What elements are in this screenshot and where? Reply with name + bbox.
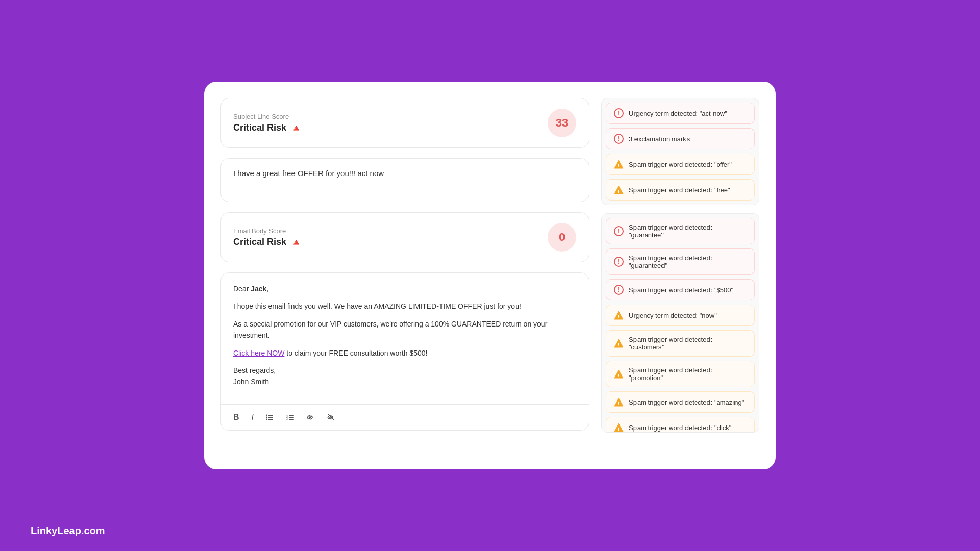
critical-icon: ! bbox=[614, 285, 624, 295]
email-greeting: Dear Jack, bbox=[233, 283, 576, 294]
body-risk-label: Critical Risk 🔺 bbox=[233, 237, 302, 248]
alert-item: ! Spam trigger word detected: "offer" bbox=[606, 154, 755, 175]
alert-text: Spam trigger word detected: "$500" bbox=[629, 286, 733, 294]
alert-item: !Spam trigger word detected: "guaranteed… bbox=[606, 248, 755, 275]
body-score-card: Email Body Score Critical Risk 🔺 0 bbox=[220, 212, 589, 262]
alert-item: ! Spam trigger word detected: "customers… bbox=[606, 330, 755, 357]
svg-rect-1 bbox=[268, 417, 273, 418]
email-body-area: Dear Jack, I hope this email finds you w… bbox=[220, 272, 589, 431]
body-score-label: Email Body Score bbox=[233, 227, 302, 235]
alert-item: ! Spam trigger word detected: "free" bbox=[606, 179, 755, 201]
alert-text: Spam trigger word detected: "amazing" bbox=[629, 398, 744, 406]
alert-text: 3 exclamation marks bbox=[629, 135, 690, 143]
alert-text: Spam trigger word detected: "click" bbox=[629, 424, 731, 432]
email-link-suffix: to claim your FREE consultation worth $5… bbox=[284, 349, 427, 357]
subject-alerts-section: !Urgency term detected: "act now"!3 excl… bbox=[601, 98, 760, 205]
subject-risk-icon: 🔺 bbox=[290, 122, 302, 134]
warning-icon: ! bbox=[614, 310, 624, 320]
body-score-header: Email Body Score Critical Risk 🔺 0 bbox=[233, 223, 576, 252]
svg-rect-2 bbox=[268, 419, 273, 420]
recipient-name: Jack bbox=[251, 285, 266, 293]
email-paragraph2: As a special promotion for our VIP custo… bbox=[233, 318, 576, 341]
subject-score-header: Subject Line Score Critical Risk 🔺 33 bbox=[233, 109, 576, 137]
body-score-info: Email Body Score Critical Risk 🔺 bbox=[233, 227, 302, 248]
alert-text: Spam trigger word detected: "offer" bbox=[629, 161, 732, 168]
alert-item: ! Urgency term detected: "now" bbox=[606, 305, 755, 326]
svg-text:!: ! bbox=[618, 314, 619, 319]
critical-icon: ! bbox=[614, 108, 624, 118]
svg-rect-7 bbox=[289, 417, 294, 418]
svg-text:!: ! bbox=[618, 163, 619, 168]
svg-text:3: 3 bbox=[286, 417, 288, 420]
alert-item: !3 exclamation marks bbox=[606, 128, 755, 149]
subject-score-circle: 33 bbox=[548, 109, 576, 137]
alert-text: Spam trigger word detected: "customers" bbox=[629, 336, 747, 351]
svg-point-4 bbox=[266, 416, 267, 418]
subject-input[interactable] bbox=[221, 159, 589, 199]
body-score-circle: 0 bbox=[548, 223, 576, 252]
unordered-list-button[interactable] bbox=[264, 411, 276, 423]
subject-score-label: Subject Line Score bbox=[233, 113, 302, 120]
svg-text:!: ! bbox=[618, 401, 619, 406]
critical-icon: ! bbox=[614, 134, 624, 144]
branding-label: LinkyLeap.com bbox=[31, 525, 105, 537]
alert-item: ! Spam trigger word detected: "amazing" bbox=[606, 391, 755, 413]
alert-text: Urgency term detected: "act now" bbox=[629, 110, 727, 117]
ordered-list-button[interactable]: 123 bbox=[284, 411, 297, 423]
svg-point-3 bbox=[266, 414, 267, 416]
alert-text: Spam trigger word detected: "guaranteed" bbox=[629, 254, 747, 269]
alert-item: !Spam trigger word detected: "guarantee" bbox=[606, 218, 755, 244]
email-link-paragraph: Click here NOW to claim your FREE consul… bbox=[233, 347, 576, 359]
email-closing: Best regards, John Smith bbox=[233, 365, 576, 388]
svg-text:!: ! bbox=[618, 342, 619, 347]
unlink-button[interactable] bbox=[325, 411, 337, 423]
subject-input-area bbox=[220, 158, 589, 202]
subject-score-info: Subject Line Score Critical Risk 🔺 bbox=[233, 113, 302, 134]
warning-icon: ! bbox=[614, 338, 624, 348]
subject-risk-label: Critical Risk 🔺 bbox=[233, 122, 302, 134]
body-alerts-section: !Spam trigger word detected: "guarantee"… bbox=[601, 213, 760, 433]
editor-toolbar: B I 123 bbox=[221, 404, 589, 430]
email-paragraph1: I hope this email finds you well. We hav… bbox=[233, 300, 576, 312]
svg-text:!: ! bbox=[618, 189, 619, 194]
email-body-content: Dear Jack, I hope this email finds you w… bbox=[221, 273, 589, 404]
svg-text:!: ! bbox=[618, 427, 619, 432]
alert-item: !Spam trigger word detected: "$500" bbox=[606, 279, 755, 300]
svg-rect-8 bbox=[289, 419, 294, 420]
alert-item: ! Spam trigger word detected: "click" bbox=[606, 417, 755, 433]
alert-text: Urgency term detected: "now" bbox=[629, 312, 717, 319]
alert-text: Spam trigger word detected: "guarantee" bbox=[629, 223, 747, 239]
critical-icon: ! bbox=[614, 226, 624, 236]
warning-icon: ! bbox=[614, 159, 624, 169]
alert-item: ! Spam trigger word detected: "promotion… bbox=[606, 361, 755, 387]
alert-text: Spam trigger word detected: "free" bbox=[629, 186, 730, 194]
warning-icon: ! bbox=[614, 422, 624, 433]
svg-text:!: ! bbox=[618, 373, 619, 378]
critical-icon: ! bbox=[614, 257, 624, 267]
alert-text: Spam trigger word detected: "promotion" bbox=[629, 366, 747, 382]
email-link[interactable]: Click here NOW bbox=[233, 349, 284, 357]
warning-icon: ! bbox=[614, 397, 624, 407]
svg-rect-6 bbox=[289, 415, 294, 416]
svg-rect-0 bbox=[268, 415, 273, 416]
svg-point-5 bbox=[266, 418, 267, 420]
subject-score-card: Subject Line Score Critical Risk 🔺 33 bbox=[220, 98, 589, 148]
warning-icon: ! bbox=[614, 369, 624, 379]
email-signature: John Smith bbox=[233, 378, 269, 386]
right-panel: !Urgency term detected: "act now"!3 excl… bbox=[601, 98, 760, 453]
alert-item: !Urgency term detected: "act now" bbox=[606, 103, 755, 124]
left-panel: Subject Line Score Critical Risk 🔺 33 Em… bbox=[220, 98, 589, 453]
body-risk-icon: 🔺 bbox=[290, 237, 302, 248]
italic-button[interactable]: I bbox=[250, 411, 256, 424]
bold-button[interactable]: B bbox=[231, 411, 241, 424]
main-container: Subject Line Score Critical Risk 🔺 33 Em… bbox=[204, 82, 776, 469]
link-button[interactable] bbox=[305, 411, 317, 423]
warning-icon: ! bbox=[614, 185, 624, 195]
